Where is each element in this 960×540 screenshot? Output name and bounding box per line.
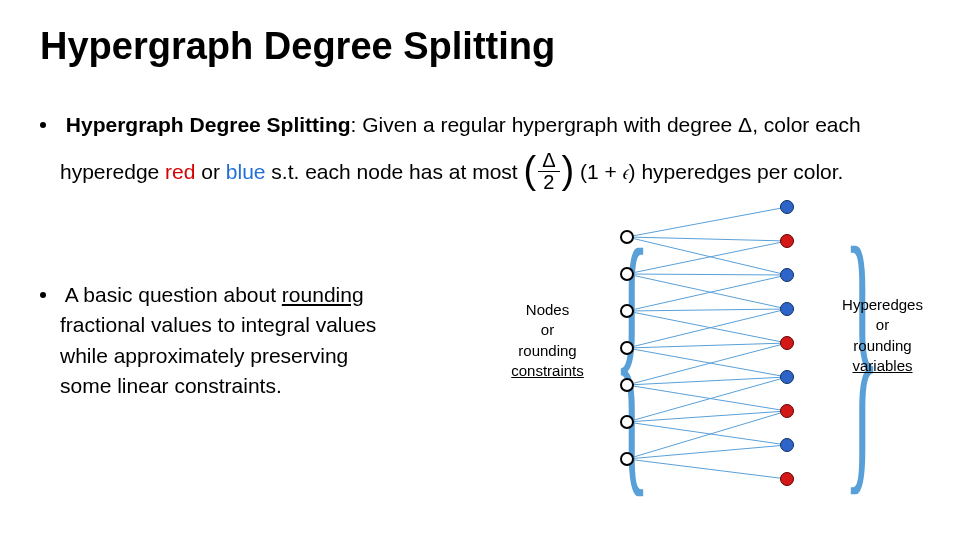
right-label-l2: or bbox=[876, 316, 889, 333]
svg-line-14 bbox=[627, 385, 787, 411]
svg-line-5 bbox=[627, 274, 787, 309]
definition-bullet: Hypergraph Degree Splitting: Given a reg… bbox=[40, 110, 910, 202]
question-bullet: A basic question about rounding fraction… bbox=[40, 280, 460, 402]
svg-line-17 bbox=[627, 422, 787, 445]
right-node bbox=[780, 234, 794, 248]
svg-line-0 bbox=[627, 207, 787, 237]
left-node bbox=[620, 267, 634, 281]
right-node bbox=[780, 438, 794, 452]
right-node bbox=[780, 404, 794, 418]
svg-line-10 bbox=[627, 343, 787, 348]
paren-close-icon: ) bbox=[562, 149, 575, 191]
def-line2-a: hyperedge bbox=[60, 161, 165, 184]
svg-line-9 bbox=[627, 309, 787, 348]
definition-label: Hypergraph Degree Splitting bbox=[66, 113, 351, 136]
bipartite-diagram: { { Nodes or rounding constraints Hypere… bbox=[500, 195, 930, 530]
slide-title: Hypergraph Degree Splitting bbox=[40, 25, 555, 68]
right-node bbox=[780, 268, 794, 282]
right-node bbox=[780, 200, 794, 214]
bullet-icon bbox=[40, 122, 46, 128]
svg-line-8 bbox=[627, 311, 787, 343]
right-label: Hyperedges or rounding variables bbox=[835, 295, 930, 376]
left-node bbox=[620, 304, 634, 318]
svg-line-4 bbox=[627, 274, 787, 275]
def-or: or bbox=[195, 161, 225, 184]
svg-line-11 bbox=[627, 348, 787, 377]
right-node bbox=[780, 336, 794, 350]
left-label-l4: constraints bbox=[511, 362, 584, 379]
q-line3: while approximately preserving bbox=[60, 341, 460, 371]
fraction: Δ2 bbox=[538, 150, 559, 193]
svg-line-1 bbox=[627, 237, 787, 241]
paren-open-icon: ( bbox=[523, 149, 536, 191]
def-line2-b: s.t. each node has at most bbox=[266, 161, 524, 184]
left-node bbox=[620, 378, 634, 392]
def-tail: hyperedges per color. bbox=[641, 161, 843, 184]
fraction-den: 2 bbox=[538, 172, 559, 193]
left-label-l2: or bbox=[541, 321, 554, 338]
svg-line-6 bbox=[627, 275, 787, 311]
left-label-l1: Nodes bbox=[526, 301, 569, 318]
question-line1: A basic question about rounding bbox=[65, 283, 364, 306]
slide: Hypergraph Degree Splitting Hypergraph D… bbox=[0, 0, 960, 540]
q-line4: some linear constraints. bbox=[60, 371, 460, 401]
right-label-l3: rounding bbox=[853, 337, 911, 354]
q-line1-a: A basic question about bbox=[65, 283, 282, 306]
bullet-icon bbox=[40, 292, 46, 298]
left-node bbox=[620, 341, 634, 355]
left-label: Nodes or rounding constraints bbox=[500, 300, 595, 381]
left-node bbox=[620, 415, 634, 429]
svg-line-20 bbox=[627, 459, 787, 479]
fraction-num: Δ bbox=[538, 150, 559, 172]
right-label-l1: Hyperedges bbox=[842, 296, 923, 313]
right-node bbox=[780, 370, 794, 384]
svg-line-16 bbox=[627, 411, 787, 422]
left-node bbox=[620, 230, 634, 244]
def-one-plus-eps: (1 + 𝜖) bbox=[574, 161, 641, 184]
right-node bbox=[780, 472, 794, 486]
right-label-l4: variables bbox=[852, 357, 912, 374]
svg-line-7 bbox=[627, 309, 787, 311]
left-node bbox=[620, 452, 634, 466]
def-red: red bbox=[165, 161, 195, 184]
definition-given: : Given a regular hypergraph with degree… bbox=[351, 113, 861, 136]
q-line2: fractional values to integral values bbox=[60, 310, 460, 340]
right-node bbox=[780, 302, 794, 316]
left-label-l3: rounding bbox=[518, 342, 576, 359]
q-rounding: rounding bbox=[282, 283, 364, 306]
def-blue: blue bbox=[226, 161, 266, 184]
definition-line2: hyperedge red or blue s.t. each node has… bbox=[60, 146, 910, 201]
